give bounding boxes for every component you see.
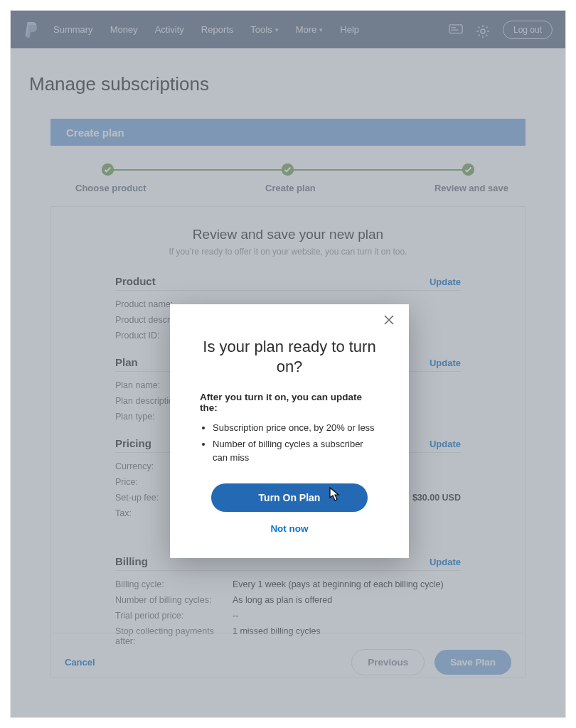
modal-bullet-1: Subscription price once, by 20% or less: [213, 422, 379, 435]
app-frame: Summary Money Activity Reports Tools▾ Mo…: [10, 10, 566, 718]
close-icon[interactable]: [383, 314, 398, 328]
modal-title: Is your plan ready to turn on?: [200, 337, 379, 376]
not-now-button[interactable]: Not now: [270, 523, 308, 534]
modal-bullet-2: Number of billing cycles a subscriber ca…: [213, 438, 379, 465]
turn-on-plan-button[interactable]: Turn On Plan: [211, 483, 368, 512]
modal-subtitle: After you turn it on, you can update the…: [200, 392, 379, 413]
modal-bullets: Subscription price once, by 20% or less …: [213, 422, 379, 465]
turn-on-modal: Is your plan ready to turn on? After you…: [170, 304, 409, 558]
